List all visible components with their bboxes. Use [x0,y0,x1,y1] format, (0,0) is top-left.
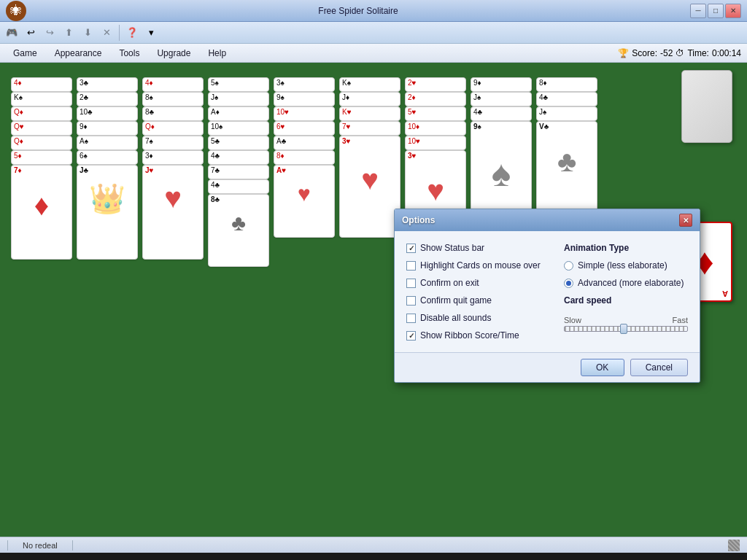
toolbar-undo[interactable]: ↩ [22,24,39,42]
game-area: ♦ A A 4♦ K♠ Q♦ Q♥ Q♦ 5♦ 7♦ ♦ 3♣ 2♣ 10♣ 9… [0,63,747,537]
show-ribbon-label: Show Ribbon Score/Time [420,330,519,341]
score-display: 🏆 Score: -52 [618,48,673,58]
close-button[interactable]: ✕ [725,4,741,18]
animation-simple-label: Simple (less elaborate) [578,260,667,271]
animation-advanced-radio[interactable] [564,279,573,288]
menu-bar: Game Appearance Tools Upgrade Help 🏆 Sco… [0,44,747,63]
show-status-bar-label: Show Status bar [420,243,484,253]
confirm-quit-label: Confirm quit game [420,295,492,306]
time-display: ⏱ Time: 0:00:14 [676,48,741,58]
app-logo: 🕷 [6,1,26,21]
highlight-cards-row: Highlight Cards on mouse over [406,260,549,271]
window-controls: ─ □ ✕ [690,4,741,18]
highlight-cards-checkbox[interactable] [406,261,416,271]
dialog-footer: OK Cancel [395,352,700,382]
options-dialog: Options ✕ Show Status bar Highlight Card… [394,209,700,383]
disable-sounds-checkbox[interactable] [406,314,416,323]
dialog-close-button[interactable]: ✕ [679,214,692,227]
toolbar-new-game[interactable]: 🎮 [3,24,20,42]
maximize-button[interactable]: □ [708,4,724,18]
card-speed-slider-container: Slow Fast [564,313,688,335]
confirm-exit-label: Confirm on exit [420,278,479,288]
slider-slow-label: Slow [564,316,581,324]
status-bar: No redeal [0,537,747,553]
dialog-title-bar: Options ✕ [395,209,700,231]
menu-tools[interactable]: Tools [112,47,147,60]
toolbar-help[interactable]: ❓ [123,24,141,42]
card-speed-label: Card speed [564,295,688,306]
disable-sounds-row: Disable all sounds [406,313,549,323]
confirm-exit-checkbox[interactable] [406,279,416,288]
ok-button[interactable]: OK [581,359,624,376]
dialog-right-panel: Animation Type Simple (less elaborate) A… [564,243,688,341]
dialog-title-text: Options [402,215,435,225]
time-value: 0:00:14 [712,48,741,58]
toolbar-dropdown[interactable]: ▾ [142,24,160,42]
card-speed-slider[interactable] [564,326,688,332]
confirm-exit-row: Confirm on exit [406,278,549,288]
show-ribbon-row: Show Ribbon Score/Time [406,330,549,341]
minimize-button[interactable]: ─ [690,4,706,18]
resize-handle[interactable] [728,540,740,551]
animation-advanced-label: Advanced (more elaborate) [578,278,684,288]
score-icon: 🏆 [618,48,629,58]
toolbar-up[interactable]: ⬆ [60,24,77,42]
time-icon: ⏱ [676,48,684,58]
confirm-quit-row: Confirm quit game [406,295,549,306]
toolbar-down[interactable]: ⬇ [79,24,96,42]
toolbar: 🎮 ↩ ↪ ⬆ ⬇ ✕ ❓ ▾ [0,22,747,44]
show-status-bar-checkbox[interactable] [406,244,416,253]
animation-simple-row: Simple (less elaborate) [564,260,688,271]
menu-game[interactable]: Game [6,47,44,60]
window-title: Free Spider Solitaire [318,6,398,16]
show-status-bar-row: Show Status bar [406,243,549,253]
toolbar-redo[interactable]: ↪ [41,24,58,42]
menu-help[interactable]: Help [201,47,233,60]
status-divider-1 [7,540,8,551]
animation-simple-radio[interactable] [564,261,573,271]
dialog-body: Show Status bar Highlight Cards on mouse… [395,231,700,352]
toolbar-separator [119,25,120,41]
disable-sounds-label: Disable all sounds [420,313,491,323]
status-message: No redeal [23,541,58,550]
animation-advanced-row: Advanced (more elaborate) [564,278,688,288]
toolbar-cancel[interactable]: ✕ [98,24,115,42]
status-divider-2 [72,540,73,551]
score-value: -52 [660,48,673,58]
animation-type-label: Animation Type [564,243,688,253]
cancel-button[interactable]: Cancel [630,359,688,376]
highlight-cards-label: Highlight Cards on mouse over [420,260,541,271]
menu-upgrade[interactable]: Upgrade [150,47,198,60]
dialog-left-panel: Show Status bar Highlight Cards on mouse… [406,243,549,341]
slider-thumb[interactable] [620,324,627,334]
menu-appearance[interactable]: Appearance [47,47,109,60]
dialog-overlay: Options ✕ Show Status bar Highlight Card… [0,63,747,537]
time-label: Time: [687,48,709,58]
slider-fast-label: Fast [673,316,688,324]
confirm-quit-checkbox[interactable] [406,296,416,306]
title-bar: 🕷 Free Spider Solitaire ─ □ ✕ [0,0,747,22]
show-ribbon-checkbox[interactable] [406,331,416,341]
title-bar-left: 🕷 [6,1,26,21]
score-label: Score: [632,48,657,58]
